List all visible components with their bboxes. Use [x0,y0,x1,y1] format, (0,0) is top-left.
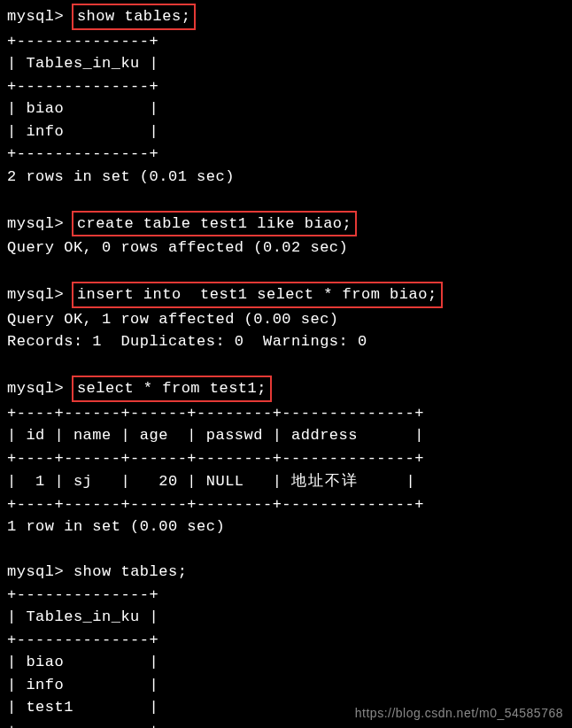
highlighted-command: create table test1 like biao; [72,211,357,237]
highlighted-command: select * from test1; [72,376,272,402]
command-text: show tables; [73,563,187,580]
mysql-prompt: mysql> [7,563,73,580]
query-result: Records: 1 Duplicates: 0 Warnings: 0 [7,330,565,353]
query-result: Query OK, 0 rows affected (0.02 sec) [7,236,565,259]
highlighted-command: show tables; [72,4,196,30]
terminal-line[interactable]: mysql> insert into test1 select * from b… [7,282,565,308]
mysql-prompt: mysql> [7,286,73,303]
blank-line [7,259,565,283]
table-border: +--------------+ [7,584,565,607]
table-border: +--------------+ [7,143,565,166]
blank-line [7,353,565,376]
table-border: +----+------+------+--------+-----------… [7,493,565,516]
highlighted-command: insert into test1 select * from biao; [72,282,443,308]
cjk-text: 地址不详 [291,472,359,489]
table-row: | biao | [7,97,565,120]
table-row: | 1 | sj | 20 | NULL | 地址不详 | [7,469,565,493]
blank-line [7,538,565,561]
table-row: | info | [7,674,565,697]
mysql-prompt: mysql> [7,215,73,232]
table-border: +--------------+ [7,30,565,53]
mysql-prompt: mysql> [7,380,73,397]
table-header: | Tables_in_ku | [7,52,565,75]
table-header: | id | name | age | passwd | address | [7,424,565,447]
table-border: +--------------+ [7,629,565,652]
table-border: +----+------+------+--------+-----------… [7,402,565,425]
result-footer: 2 rows in set (0.01 sec) [7,166,565,189]
table-border: +--------------+ [7,75,565,98]
terminal-line[interactable]: mysql> create table test1 like biao; [7,211,565,237]
watermark-text: https://blog.csdn.net/m0_54585768 [355,704,563,723]
blank-line [7,188,565,211]
terminal-line[interactable]: mysql> select * from test1; [7,376,565,402]
table-border: +----+------+------+--------+-----------… [7,447,565,470]
table-header: | Tables_in_ku | [7,606,565,629]
result-footer: 1 row in set (0.00 sec) [7,515,565,538]
table-row: | info | [7,120,565,143]
query-result: Query OK, 1 row affected (0.00 sec) [7,308,565,331]
terminal-line[interactable]: mysql> show tables; [7,4,565,30]
table-row: | biao | [7,651,565,674]
terminal-line[interactable]: mysql> show tables; [7,561,565,584]
mysql-prompt: mysql> [7,8,73,25]
